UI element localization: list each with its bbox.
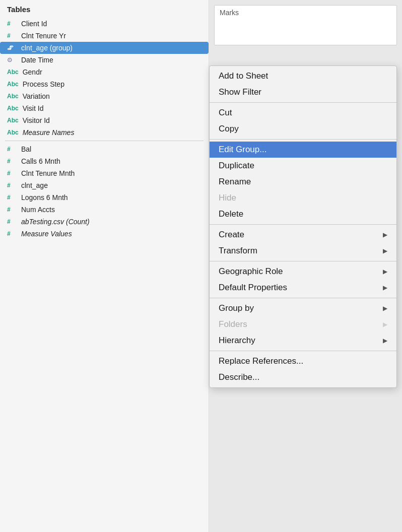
menu-section: Replace References...Describe... <box>210 351 396 387</box>
field-item[interactable]: #abTesting.csv (Count) <box>0 216 209 228</box>
field-item[interactable]: #clnt_age <box>0 179 209 191</box>
menu-item[interactable]: Hierarchy▶ <box>210 332 396 349</box>
field-label: clnt_age <box>21 181 48 189</box>
field-item[interactable]: AbcVisit Id <box>0 102 209 114</box>
submenu-arrow-icon: ▶ <box>383 321 387 328</box>
field-label: Client Id <box>21 20 47 28</box>
menu-item[interactable]: Add to Sheet <box>210 68 396 84</box>
menu-item[interactable]: Duplicate <box>210 158 396 174</box>
field-item[interactable]: #Calls 6 Mnth <box>0 155 209 167</box>
field-item[interactable]: AbcVariation <box>0 90 209 102</box>
menu-item-label: Edit Group... <box>219 145 266 155</box>
menu-item-label: Copy <box>219 124 239 134</box>
abc-icon: Abc <box>7 69 19 76</box>
menu-item-label: Create <box>219 230 244 240</box>
submenu-arrow-icon: ▶ <box>383 247 387 254</box>
field-label: Date Time <box>21 56 53 64</box>
marks-area: Marks <box>214 5 397 45</box>
menu-item-label: Add to Sheet <box>219 71 268 81</box>
abc-icon: Abc <box>7 117 19 124</box>
menu-section: Geographic Role▶Default Properties▶ <box>210 261 396 298</box>
submenu-arrow-icon: ▶ <box>383 231 387 238</box>
field-item[interactable]: #Client Id <box>0 18 209 30</box>
field-item[interactable]: AbcMeasure Names <box>0 126 209 139</box>
menu-section: Create▶Transform▶ <box>210 225 396 261</box>
field-label: Clnt Tenure Mnth <box>21 169 75 177</box>
left-panel: Tables #Client Id#Clnt Tenure Yr🖇clnt_ag… <box>0 0 209 532</box>
field-item[interactable]: AbcProcess Step <box>0 78 209 90</box>
field-label: Visitor Id <box>23 116 50 124</box>
submenu-arrow-icon: ▶ <box>383 284 387 291</box>
hash-icon: # <box>7 206 17 213</box>
field-item[interactable]: #Num Accts <box>0 204 209 216</box>
menu-section: Group by▶Folders▶Hierarchy▶ <box>210 298 396 351</box>
abc-icon: Abc <box>7 105 19 112</box>
menu-item[interactable]: Cut <box>210 105 396 121</box>
field-item[interactable]: AbcVisitor Id <box>0 114 209 126</box>
paperclip-icon: 🖇 <box>7 44 17 51</box>
field-item[interactable]: #Clnt Tenure Yr <box>0 30 209 42</box>
hash-icon: # <box>7 32 17 39</box>
field-item[interactable]: #Clnt Tenure Mnth <box>0 167 209 179</box>
menu-item-label: Describe... <box>219 372 259 382</box>
hash-icon: # <box>7 218 17 225</box>
abc-icon: Abc <box>7 81 19 88</box>
field-item[interactable]: ⊙Date Time <box>0 54 209 66</box>
menu-item-label: Default Properties <box>219 283 287 293</box>
submenu-arrow-icon: ▶ <box>383 337 387 344</box>
menu-item-label: Hide <box>219 193 236 203</box>
menu-item-label: Show Filter <box>219 87 261 97</box>
marks-label: Marks <box>220 9 239 17</box>
field-label: clnt_age (group) <box>21 44 73 52</box>
menu-item[interactable]: Default Properties▶ <box>210 280 396 296</box>
menu-item[interactable]: Rename <box>210 174 396 190</box>
menu-section: Edit Group...DuplicateRenameHideDelete <box>210 140 396 225</box>
menu-item[interactable]: Show Filter <box>210 84 396 100</box>
field-item[interactable]: #Bal <box>0 143 209 155</box>
calendar-icon: ⊙ <box>7 56 17 63</box>
field-item[interactable]: #Measure Values <box>0 228 209 240</box>
menu-item[interactable]: Create▶ <box>210 227 396 243</box>
menu-item-label: Duplicate <box>219 161 254 171</box>
field-label: Measure Names <box>23 128 75 137</box>
field-list: #Client Id#Clnt Tenure Yr🖇clnt_age (grou… <box>0 18 209 240</box>
menu-item: Hide <box>210 190 396 206</box>
menu-section: Add to SheetShow Filter <box>210 66 396 103</box>
field-label: Variation <box>23 92 50 100</box>
menu-item[interactable]: Edit Group... <box>210 142 396 158</box>
menu-item: Folders▶ <box>210 316 396 332</box>
hash-icon: # <box>7 20 17 27</box>
field-item[interactable]: #Logons 6 Mnth <box>0 191 209 204</box>
hash-icon: # <box>7 182 17 189</box>
field-item[interactable]: AbcGendr <box>0 66 209 78</box>
field-label: Measure Values <box>21 230 72 238</box>
tables-header: Tables <box>0 0 209 18</box>
menu-item[interactable]: Geographic Role▶ <box>210 263 396 280</box>
menu-item[interactable]: Group by▶ <box>210 300 396 316</box>
menu-item[interactable]: Transform▶ <box>210 243 396 259</box>
field-label: Gendr <box>23 68 42 76</box>
menu-item-label: Delete <box>219 209 243 219</box>
hash-icon: # <box>7 158 17 165</box>
menu-item[interactable]: Describe... <box>210 369 396 385</box>
menu-item[interactable]: Delete <box>210 206 396 222</box>
field-label: Clnt Tenure Yr <box>21 32 66 40</box>
field-label: Num Accts <box>21 206 55 214</box>
submenu-arrow-icon: ▶ <box>383 305 387 312</box>
menu-item-label: Rename <box>219 177 251 187</box>
field-label: Calls 6 Mnth <box>21 157 60 165</box>
menu-item-label: Transform <box>219 246 257 256</box>
menu-item-label: Geographic Role <box>219 267 283 277</box>
menu-item-label: Replace References... <box>219 356 303 366</box>
field-label: Logons 6 Mnth <box>21 193 68 202</box>
menu-item[interactable]: Copy <box>210 121 396 137</box>
field-label: Visit Id <box>23 104 44 112</box>
hash-icon: # <box>7 230 17 237</box>
menu-item-label: Group by <box>219 303 254 313</box>
field-label: Process Step <box>23 80 64 88</box>
right-panel: Marks Add to SheetShow FilterCutCopyEdit… <box>209 0 402 532</box>
menu-item[interactable]: Replace References... <box>210 353 396 369</box>
hash-icon: # <box>7 194 17 201</box>
menu-item-label: Folders <box>219 319 247 329</box>
field-item[interactable]: 🖇clnt_age (group) <box>0 42 209 54</box>
